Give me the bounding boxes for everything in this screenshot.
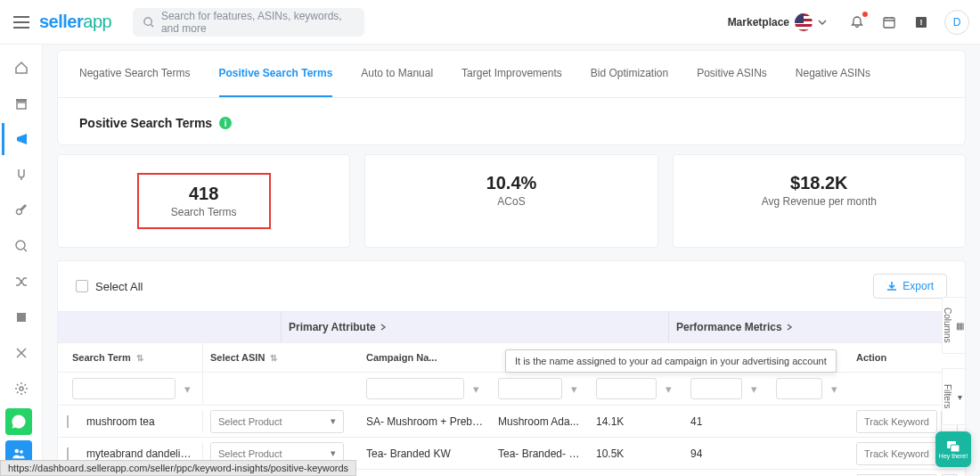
tab-bid-optimization[interactable]: Bid Optimization <box>591 51 668 97</box>
global-search-input[interactable]: Search for features, ASINs, keywords, an… <box>133 8 364 37</box>
chat-widget[interactable]: Hey there! <box>935 431 971 467</box>
sort-icon: ⇅ <box>270 353 277 363</box>
column-search-term[interactable]: Search Term⇅ <box>58 343 202 372</box>
chevron-right-icon <box>786 324 793 331</box>
sidebar-item-search[interactable] <box>4 230 39 262</box>
archive-icon <box>14 96 29 111</box>
select-product-dropdown[interactable]: Select Product▾ <box>210 410 344 433</box>
float-icons <box>5 408 32 467</box>
sidebar-item-advertising[interactable] <box>2 123 37 155</box>
sidebar-item-shuffle[interactable] <box>4 266 39 298</box>
chevron-down-icon: ▾ <box>331 447 336 459</box>
sidebar-item-data[interactable] <box>4 301 39 333</box>
logo-first: seller <box>39 12 83 31</box>
sidebar-item-tool[interactable] <box>4 194 39 226</box>
cell-campaign2: Mushroom Ada... <box>491 415 589 428</box>
row-checkbox[interactable] <box>67 415 69 428</box>
column-select-asin[interactable]: Select ASIN⇅ <box>202 343 359 372</box>
svg-rect-12 <box>951 445 960 452</box>
tab-target-improvements[interactable]: Target Improvements <box>461 51 562 97</box>
svg-point-9 <box>15 449 20 454</box>
sidebar-item-settings[interactable] <box>4 373 39 405</box>
sidebar-item-tools[interactable] <box>4 337 39 369</box>
whatsapp-button[interactable] <box>5 408 32 435</box>
filter-icon[interactable]: ▾ <box>468 382 484 396</box>
row-checkbox[interactable] <box>67 447 69 460</box>
filter-icon[interactable]: ▾ <box>746 382 762 396</box>
megaphone-icon <box>15 132 29 146</box>
filter-col[interactable] <box>498 378 562 399</box>
filter-col[interactable] <box>690 378 742 399</box>
gear-icon <box>14 382 29 396</box>
search-placeholder: Search for features, ASINs, keywords, an… <box>161 10 354 35</box>
svg-point-0 <box>144 17 151 24</box>
tab-positive-asins[interactable]: Positive ASINs <box>697 51 767 97</box>
cell-metric1: 14.1K <box>589 415 683 428</box>
sidebar-item-home[interactable] <box>4 52 39 84</box>
sidebar-item-plugin[interactable] <box>4 159 39 191</box>
group-header-row: Primary Attribute Performance Metrics <box>58 311 965 343</box>
calendar-button[interactable] <box>877 10 902 35</box>
plug-icon <box>14 168 29 182</box>
svg-rect-7 <box>17 313 26 322</box>
metric-acos: 10.4% ACoS <box>364 154 657 248</box>
sidebar-item-archive[interactable] <box>4 87 39 119</box>
notifications-button[interactable] <box>845 10 870 35</box>
export-button[interactable]: Export <box>873 274 947 299</box>
status-url: https://dashboard.sellerapp.com/seller/p… <box>0 460 356 476</box>
cell-campaign: Tea- Branded KW <box>359 447 491 460</box>
metric-value: $18.2K <box>674 173 965 193</box>
tab-negative-asins[interactable]: Negative ASINs <box>796 51 870 97</box>
export-label: Export <box>902 280 934 292</box>
filter-col[interactable] <box>776 378 822 399</box>
tabs-row: Negative Search Terms Positive Search Te… <box>58 51 965 98</box>
chevron-down-icon: ▾ <box>331 415 336 427</box>
group-header-primary[interactable]: Primary Attribute <box>281 312 668 342</box>
hamburger-icon <box>13 16 29 29</box>
filter-campaign[interactable] <box>366 378 464 399</box>
metrics-row: 418 Search Terms 10.4% ACoS $18.2K Avg R… <box>57 154 966 248</box>
tab-positive-search-terms[interactable]: Positive Search Terms <box>219 51 333 97</box>
menu-toggle[interactable] <box>11 12 32 33</box>
download-icon <box>886 281 897 291</box>
marketplace-switcher[interactable]: Marketplace <box>728 13 827 31</box>
logo[interactable]: sellerapp <box>39 12 111 32</box>
table-card: Select All Export Primary Attribute Perf… <box>57 260 966 476</box>
main-content: Negative Search Terms Positive Search Te… <box>43 45 980 476</box>
filter-icon[interactable]: ▾ <box>826 382 842 396</box>
page-title-row: Positive Search Terms i <box>58 98 965 144</box>
select-all-checkbox[interactable]: Select All <box>76 280 143 293</box>
filter-icon[interactable]: ▾ <box>566 382 582 396</box>
guitar-icon <box>14 203 29 217</box>
search-icon <box>14 239 29 253</box>
data-icon <box>14 310 29 324</box>
filters-side-tab[interactable]: ▾ Filters <box>942 368 965 425</box>
columns-side-tab[interactable]: ▦ Columns <box>942 297 965 354</box>
metric-search-terms: 418 Search Terms <box>57 154 350 248</box>
track-keyword-button[interactable]: Track Keyword <box>856 442 937 465</box>
tooltip: It is the name assigned to your ad campa… <box>505 349 837 373</box>
tab-auto-to-manual[interactable]: Auto to Manual <box>361 51 433 97</box>
metric-label: Search Terms <box>171 206 237 218</box>
group-header-performance[interactable]: Performance Metrics <box>668 312 965 342</box>
metric-label: Avg Revenue per month <box>674 195 965 208</box>
track-keyword-button[interactable]: Track Keyword <box>856 410 937 433</box>
column-campaign[interactable]: Campaign Na... <box>359 343 491 372</box>
whatsapp-icon <box>11 414 27 430</box>
info-icon[interactable]: i <box>219 117 232 129</box>
svg-text:!: ! <box>920 18 923 27</box>
filter-row: ▾ ▾ ▾ ▾ ▾ ▾ <box>58 373 965 406</box>
tab-negative-search-terms[interactable]: Negative Search Terms <box>79 51 191 97</box>
filter-search-term[interactable] <box>72 378 176 399</box>
metric-value: 418 <box>171 184 237 204</box>
svg-point-8 <box>20 387 23 390</box>
filter-col[interactable] <box>596 378 657 399</box>
column-header-row: Search Term⇅ Select ASIN⇅ Campaign Na...… <box>58 343 965 373</box>
user-avatar[interactable]: D <box>944 10 969 35</box>
filter-icon[interactable]: ▾ <box>660 382 676 396</box>
filter-icon[interactable]: ▾ <box>179 382 195 396</box>
announcement-button[interactable]: ! <box>909 10 934 35</box>
chevron-right-icon <box>380 324 387 331</box>
svg-rect-1 <box>884 18 894 28</box>
chevron-down-icon <box>818 20 827 25</box>
